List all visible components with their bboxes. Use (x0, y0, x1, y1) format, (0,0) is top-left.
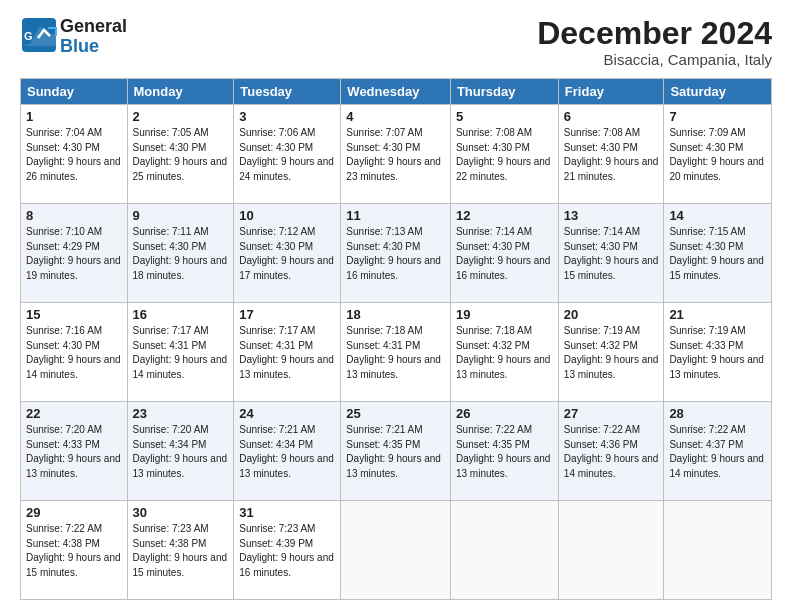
header: G General Blue December 2024 Bisaccia, C… (20, 16, 772, 68)
calendar-cell: 10Sunrise: 7:12 AMSunset: 4:30 PMDayligh… (234, 204, 341, 303)
calendar-cell: 30Sunrise: 7:23 AMSunset: 4:38 PMDayligh… (127, 501, 234, 600)
calendar-cell: 12Sunrise: 7:14 AMSunset: 4:30 PMDayligh… (450, 204, 558, 303)
day-info: Sunrise: 7:22 AMSunset: 4:36 PMDaylight:… (564, 423, 659, 481)
day-info: Sunrise: 7:08 AMSunset: 4:30 PMDaylight:… (564, 126, 659, 184)
svg-text:G: G (24, 30, 33, 42)
day-info: Sunrise: 7:22 AMSunset: 4:38 PMDaylight:… (26, 522, 122, 580)
day-info: Sunrise: 7:21 AMSunset: 4:35 PMDaylight:… (346, 423, 445, 481)
calendar-cell: 27Sunrise: 7:22 AMSunset: 4:36 PMDayligh… (558, 402, 664, 501)
calendar-cell: 25Sunrise: 7:21 AMSunset: 4:35 PMDayligh… (341, 402, 451, 501)
day-info: Sunrise: 7:22 AMSunset: 4:35 PMDaylight:… (456, 423, 553, 481)
day-info: Sunrise: 7:20 AMSunset: 4:33 PMDaylight:… (26, 423, 122, 481)
day-info: Sunrise: 7:15 AMSunset: 4:30 PMDaylight:… (669, 225, 766, 283)
calendar-week-2: 8Sunrise: 7:10 AMSunset: 4:29 PMDaylight… (21, 204, 772, 303)
day-number: 24 (239, 406, 335, 421)
day-number: 31 (239, 505, 335, 520)
day-info: Sunrise: 7:23 AMSunset: 4:38 PMDaylight:… (133, 522, 229, 580)
logo-icon: G (20, 16, 58, 54)
calendar-cell: 18Sunrise: 7:18 AMSunset: 4:31 PMDayligh… (341, 303, 451, 402)
day-number: 20 (564, 307, 659, 322)
day-info: Sunrise: 7:14 AMSunset: 4:30 PMDaylight:… (564, 225, 659, 283)
weekday-header-thursday: Thursday (450, 79, 558, 105)
calendar-cell: 23Sunrise: 7:20 AMSunset: 4:34 PMDayligh… (127, 402, 234, 501)
day-number: 22 (26, 406, 122, 421)
calendar-cell (558, 501, 664, 600)
logo-general: General (60, 16, 127, 36)
day-number: 14 (669, 208, 766, 223)
day-info: Sunrise: 7:13 AMSunset: 4:30 PMDaylight:… (346, 225, 445, 283)
calendar-cell: 4Sunrise: 7:07 AMSunset: 4:30 PMDaylight… (341, 105, 451, 204)
day-info: Sunrise: 7:04 AMSunset: 4:30 PMDaylight:… (26, 126, 122, 184)
day-number: 21 (669, 307, 766, 322)
day-number: 9 (133, 208, 229, 223)
weekday-header-wednesday: Wednesday (341, 79, 451, 105)
day-number: 11 (346, 208, 445, 223)
calendar-cell: 21Sunrise: 7:19 AMSunset: 4:33 PMDayligh… (664, 303, 772, 402)
calendar-cell: 29Sunrise: 7:22 AMSunset: 4:38 PMDayligh… (21, 501, 128, 600)
weekday-header-sunday: Sunday (21, 79, 128, 105)
calendar-cell: 8Sunrise: 7:10 AMSunset: 4:29 PMDaylight… (21, 204, 128, 303)
day-info: Sunrise: 7:20 AMSunset: 4:34 PMDaylight:… (133, 423, 229, 481)
day-info: Sunrise: 7:09 AMSunset: 4:30 PMDaylight:… (669, 126, 766, 184)
location: Bisaccia, Campania, Italy (537, 51, 772, 68)
day-number: 1 (26, 109, 122, 124)
day-number: 8 (26, 208, 122, 223)
page: G General Blue December 2024 Bisaccia, C… (0, 0, 792, 612)
day-info: Sunrise: 7:17 AMSunset: 4:31 PMDaylight:… (239, 324, 335, 382)
day-number: 16 (133, 307, 229, 322)
day-info: Sunrise: 7:05 AMSunset: 4:30 PMDaylight:… (133, 126, 229, 184)
day-number: 12 (456, 208, 553, 223)
day-info: Sunrise: 7:16 AMSunset: 4:30 PMDaylight:… (26, 324, 122, 382)
day-info: Sunrise: 7:19 AMSunset: 4:32 PMDaylight:… (564, 324, 659, 382)
calendar-week-3: 15Sunrise: 7:16 AMSunset: 4:30 PMDayligh… (21, 303, 772, 402)
calendar-cell (341, 501, 451, 600)
day-number: 25 (346, 406, 445, 421)
weekday-header-row: SundayMondayTuesdayWednesdayThursdayFrid… (21, 79, 772, 105)
weekday-header-tuesday: Tuesday (234, 79, 341, 105)
calendar-cell: 9Sunrise: 7:11 AMSunset: 4:30 PMDaylight… (127, 204, 234, 303)
calendar-cell: 17Sunrise: 7:17 AMSunset: 4:31 PMDayligh… (234, 303, 341, 402)
calendar-cell: 20Sunrise: 7:19 AMSunset: 4:32 PMDayligh… (558, 303, 664, 402)
calendar-cell (664, 501, 772, 600)
day-info: Sunrise: 7:18 AMSunset: 4:32 PMDaylight:… (456, 324, 553, 382)
day-number: 3 (239, 109, 335, 124)
day-number: 13 (564, 208, 659, 223)
weekday-header-monday: Monday (127, 79, 234, 105)
calendar-cell: 6Sunrise: 7:08 AMSunset: 4:30 PMDaylight… (558, 105, 664, 204)
day-info: Sunrise: 7:19 AMSunset: 4:33 PMDaylight:… (669, 324, 766, 382)
day-info: Sunrise: 7:06 AMSunset: 4:30 PMDaylight:… (239, 126, 335, 184)
calendar-cell: 13Sunrise: 7:14 AMSunset: 4:30 PMDayligh… (558, 204, 664, 303)
day-number: 26 (456, 406, 553, 421)
calendar-table: SundayMondayTuesdayWednesdayThursdayFrid… (20, 78, 772, 600)
calendar-cell (450, 501, 558, 600)
day-info: Sunrise: 7:12 AMSunset: 4:30 PMDaylight:… (239, 225, 335, 283)
day-number: 27 (564, 406, 659, 421)
month-title: December 2024 (537, 16, 772, 51)
calendar-cell: 15Sunrise: 7:16 AMSunset: 4:30 PMDayligh… (21, 303, 128, 402)
day-number: 6 (564, 109, 659, 124)
calendar-cell: 22Sunrise: 7:20 AMSunset: 4:33 PMDayligh… (21, 402, 128, 501)
day-number: 19 (456, 307, 553, 322)
day-number: 23 (133, 406, 229, 421)
day-number: 29 (26, 505, 122, 520)
calendar-cell: 28Sunrise: 7:22 AMSunset: 4:37 PMDayligh… (664, 402, 772, 501)
day-info: Sunrise: 7:21 AMSunset: 4:34 PMDaylight:… (239, 423, 335, 481)
calendar-cell: 14Sunrise: 7:15 AMSunset: 4:30 PMDayligh… (664, 204, 772, 303)
calendar-cell: 11Sunrise: 7:13 AMSunset: 4:30 PMDayligh… (341, 204, 451, 303)
calendar-cell: 26Sunrise: 7:22 AMSunset: 4:35 PMDayligh… (450, 402, 558, 501)
day-number: 30 (133, 505, 229, 520)
calendar-week-1: 1Sunrise: 7:04 AMSunset: 4:30 PMDaylight… (21, 105, 772, 204)
calendar-cell: 24Sunrise: 7:21 AMSunset: 4:34 PMDayligh… (234, 402, 341, 501)
day-number: 28 (669, 406, 766, 421)
day-info: Sunrise: 7:08 AMSunset: 4:30 PMDaylight:… (456, 126, 553, 184)
day-info: Sunrise: 7:17 AMSunset: 4:31 PMDaylight:… (133, 324, 229, 382)
weekday-header-friday: Friday (558, 79, 664, 105)
calendar-cell: 1Sunrise: 7:04 AMSunset: 4:30 PMDaylight… (21, 105, 128, 204)
day-number: 15 (26, 307, 122, 322)
logo-blue: Blue (60, 36, 99, 56)
day-number: 5 (456, 109, 553, 124)
day-info: Sunrise: 7:07 AMSunset: 4:30 PMDaylight:… (346, 126, 445, 184)
calendar-cell: 5Sunrise: 7:08 AMSunset: 4:30 PMDaylight… (450, 105, 558, 204)
logo-text: General Blue (60, 17, 127, 57)
day-number: 7 (669, 109, 766, 124)
